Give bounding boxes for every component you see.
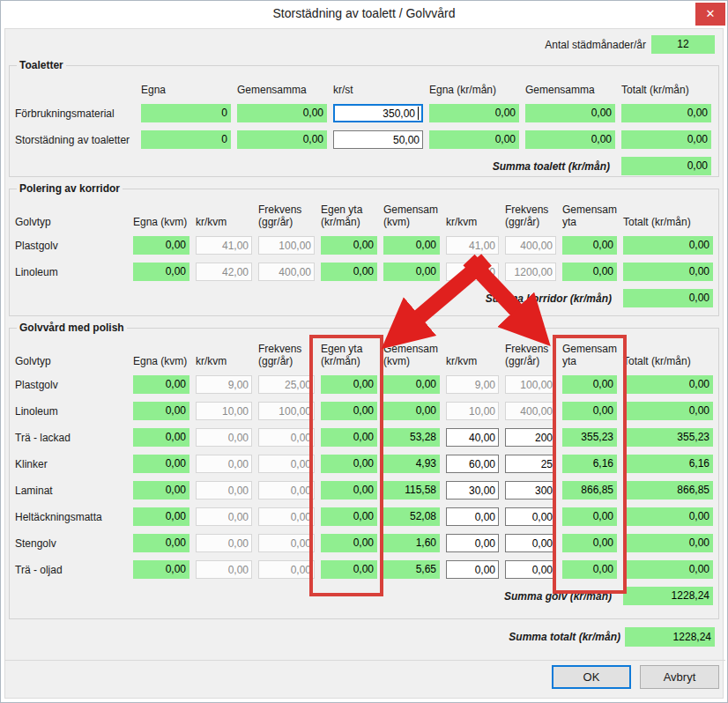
col-header-kr-kvm-gem: kr/kvm xyxy=(446,355,499,367)
row-label-linoleum: Linoleum xyxy=(15,405,127,418)
field-storst-dning-av-toaletter-egna-kr-man: 0,00 xyxy=(429,130,519,149)
field-f-rbrukningsmaterial-gemensamma: 0,00 xyxy=(237,104,327,122)
col-header-totalt: Totalt (kr/mån) xyxy=(623,216,713,228)
field-linoleum-gemensam-yta: 0,00 xyxy=(562,263,617,281)
field-helt-ckningsmatta-gemensam-yta: 0,00 xyxy=(562,507,617,526)
input-f-rbrukningsmaterial-kr-st[interactable] xyxy=(333,104,423,122)
field-stengolv-egna-kvm: 0,00 xyxy=(133,534,189,552)
input-laminat-kr-kvm-gem[interactable] xyxy=(446,481,499,500)
months-per-year-label: Antal städmånader/år xyxy=(545,39,646,51)
field-plastgolv-egna-kvm: 0,00 xyxy=(133,375,189,394)
field-tr-oljad-egen-yta: 0,00 xyxy=(321,560,377,579)
col-header-egen-yta: Egen yta (kr/mån) xyxy=(321,343,377,367)
col-header-gemensamma: Gemensamma xyxy=(237,84,327,96)
field-linoleum-totalt: 0,00 xyxy=(623,263,713,281)
input-plastgolv-frekvens-gem xyxy=(505,375,556,394)
input-stengolv-kr-kvm-gem[interactable] xyxy=(446,534,499,552)
close-icon[interactable]: ✕ xyxy=(695,3,725,26)
col-header-egna-kr-man: Egna (kr/mån) xyxy=(429,84,519,96)
field-helt-ckningsmatta-egen-yta: 0,00 xyxy=(321,507,377,526)
input-plastgolv-frekvens-gem xyxy=(505,236,556,255)
field-linoleum-gemensam-kvm: 0,00 xyxy=(383,263,440,281)
input-laminat-frekvens-gem[interactable] xyxy=(505,481,556,500)
section-toaletter: Toaletter EgnaGemensammakr/stEgna (kr/må… xyxy=(9,59,719,177)
field-plastgolv-gemensam-kvm: 0,00 xyxy=(383,236,440,255)
field-klinker-gemensam-kvm: 4,93 xyxy=(383,455,440,473)
input-storst-dning-av-toaletter-kr-st[interactable] xyxy=(333,130,423,149)
field-stengolv-gemensam-kvm: 1,60 xyxy=(383,534,440,552)
field-plastgolv-totalt: 0,00 xyxy=(623,375,713,394)
golvvard-grid: GolvtypEgna (kvm)kr/kvmFrekvens (ggr/år)… xyxy=(15,343,713,605)
input-tr-lackad-frekvens-gem[interactable] xyxy=(505,428,556,447)
footer-separator xyxy=(4,660,725,661)
section-title-golvvard: Golvvård med polish xyxy=(17,322,127,334)
col-header-kr-st: kr/st xyxy=(333,84,423,96)
input-helt-ckningsmatta-frekvens-gem[interactable] xyxy=(505,507,556,526)
input-linoleum-kr-kvm-egen xyxy=(196,402,252,420)
input-linoleum-frekvens-egen xyxy=(258,263,315,281)
field-storst-dning-av-toaletter-totalt-kr-man: 0,00 xyxy=(621,130,711,149)
field-tr-lackad-gemensam-kvm: 53,28 xyxy=(383,428,440,447)
summa-value-toaletter: 0,00 xyxy=(621,157,711,175)
field-storst-dning-av-toaletter-gemensamma: 0,00 xyxy=(237,130,327,149)
summa-value-golvvard: 1228,24 xyxy=(623,587,713,605)
input-linoleum-frekvens-gem xyxy=(505,263,556,281)
input-klinker-kr-kvm-egen xyxy=(196,455,252,473)
field-plastgolv-egna-kvm: 0,00 xyxy=(133,236,189,255)
text-caret xyxy=(418,107,419,120)
field-tr-lackad-gemensam-yta: 355,23 xyxy=(562,428,617,447)
field-tr-lackad-egen-yta: 0,00 xyxy=(321,428,377,447)
field-tr-lackad-totalt: 355,23 xyxy=(623,428,713,447)
row-label-plastgolv: Plastgolv xyxy=(15,379,127,391)
months-per-year-row: Antal städmånader/år 12 xyxy=(545,35,715,54)
dialog-title: Storstädning av toalett / Golvvård xyxy=(1,6,727,20)
input-helt-ckningsmatta-frekvens-egen xyxy=(258,507,315,526)
row-label-tr-oljad: Trä - oljad xyxy=(15,564,127,576)
input-tr-lackad-kr-kvm-egen xyxy=(196,428,252,447)
input-plastgolv-kr-kvm-egen xyxy=(196,375,252,394)
field-stengolv-egen-yta: 0,00 xyxy=(321,534,377,552)
field-plastgolv-totalt: 0,00 xyxy=(623,236,713,255)
cancel-button[interactable]: Avbryt xyxy=(640,665,719,689)
input-linoleum-kr-kvm-gem xyxy=(446,263,499,281)
summa-value-polering: 0,00 xyxy=(623,289,713,307)
field-laminat-gemensam-kvm: 115,58 xyxy=(383,481,440,500)
field-storst-dning-av-toaletter-egna: 0 xyxy=(141,130,231,149)
col-header-gemensam-yta: Gemensam yta xyxy=(562,343,617,367)
field-tr-oljad-gemensam-yta: 0,00 xyxy=(562,560,617,579)
input-tr-oljad-kr-kvm-gem[interactable] xyxy=(446,560,499,579)
col-header-label: Golvtyp xyxy=(15,355,127,367)
field-linoleum-egna-kvm: 0,00 xyxy=(133,402,189,420)
input-klinker-frekvens-gem[interactable] xyxy=(505,455,556,473)
field-tr-oljad-egna-kvm: 0,00 xyxy=(133,560,189,579)
input-helt-ckningsmatta-kr-kvm-gem[interactable] xyxy=(446,507,499,526)
row-label-klinker: Klinker xyxy=(15,458,127,470)
input-helt-ckningsmatta-kr-kvm-egen xyxy=(196,507,252,526)
summa-totalt-label: Summa totalt (kr/mån) xyxy=(509,631,620,643)
input-tr-oljad-frekvens-gem[interactable] xyxy=(505,560,556,579)
summa-label-polering: Summa korridor (kr/mån) xyxy=(15,292,617,305)
field-stengolv-totalt: 0,00 xyxy=(623,534,713,552)
months-per-year-field: 12 xyxy=(651,35,715,54)
ok-button[interactable]: OK xyxy=(552,665,631,689)
input-stengolv-frekvens-gem[interactable] xyxy=(505,534,556,552)
field-linoleum-egna-kvm: 0,00 xyxy=(133,263,189,281)
input-linoleum-frekvens-gem xyxy=(505,402,556,420)
col-header-gemensamma-kr-man: Gemensamma xyxy=(525,84,615,96)
row-label-plastgolv: Plastgolv xyxy=(15,240,127,252)
title-bar: Storstädning av toalett / Golvvård ✕ xyxy=(1,1,727,28)
polering-grid: GolvtypEgna (kvm)kr/kvmFrekvens (ggr/år)… xyxy=(15,204,713,307)
input-tr-lackad-kr-kvm-gem[interactable] xyxy=(446,428,499,447)
field-plastgolv-gemensam-yta: 0,00 xyxy=(562,375,617,394)
col-header-egna-kvm: Egna (kvm) xyxy=(133,216,189,228)
section-title-toaletter: Toaletter xyxy=(17,59,66,71)
field-klinker-gemensam-yta: 6,16 xyxy=(562,455,617,473)
field-plastgolv-egen-yta: 0,00 xyxy=(321,375,377,394)
field-laminat-totalt: 866,85 xyxy=(623,481,713,500)
input-klinker-kr-kvm-gem[interactable] xyxy=(446,455,499,473)
toaletter-grid: EgnaGemensammakr/stEgna (kr/mån)Gemensam… xyxy=(15,84,713,175)
summa-label-toaletter: Summa toalett (kr/mån) xyxy=(15,160,615,173)
section-polering-av-korridor: Polering av korridor GolvtypEgna (kvm)kr… xyxy=(9,182,719,316)
field-f-rbrukningsmaterial-egna: 0 xyxy=(141,104,231,122)
input-tr-oljad-kr-kvm-egen xyxy=(196,560,252,579)
